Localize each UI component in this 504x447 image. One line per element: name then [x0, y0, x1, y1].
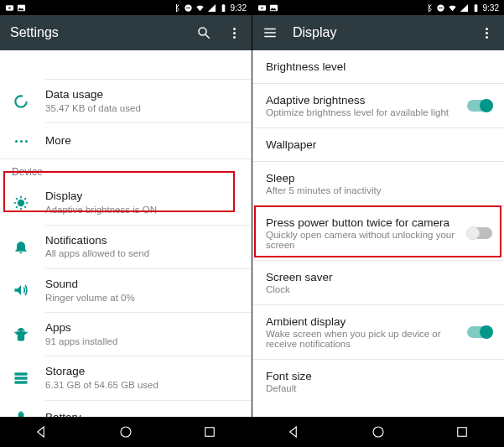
right-screen: 9:32 Display Brightness level Adaptive b… — [252, 0, 504, 447]
data-usage-icon — [12, 92, 30, 111]
home-icon[interactable] — [118, 424, 133, 439]
status-time: 9:32 — [483, 3, 499, 13]
dnd-icon — [184, 3, 193, 13]
svg-rect-18 — [205, 428, 215, 437]
pref-sleep[interactable]: Sleep After 5 minutes of inactivity — [252, 162, 504, 205]
pref-wallpaper[interactable]: Wallpaper — [252, 128, 504, 161]
pref-adaptive-brightness[interactable]: Adaptive brightness Optimize brightness … — [252, 84, 504, 127]
svg-rect-13 — [15, 377, 28, 379]
toggle-adaptive[interactable] — [467, 100, 492, 112]
svg-rect-26 — [458, 428, 467, 437]
list-item-notifications[interactable]: Notifications All apps allowed to send — [0, 226, 252, 268]
battery-icon — [471, 3, 481, 13]
search-icon[interactable] — [196, 25, 211, 40]
list-item-battery[interactable]: Battery — [0, 401, 252, 418]
display-settings-list[interactable]: Brightness level Adaptive brightness Opt… — [252, 50, 504, 417]
list-item-partial[interactable] — [0, 50, 252, 79]
left-screen: 9:32 Settings Data usage 35.47 KB of dat… — [0, 0, 252, 447]
svg-point-9 — [18, 200, 24, 206]
section-header-device: Device — [0, 159, 252, 181]
svg-point-11 — [23, 330, 24, 332]
display-icon — [12, 194, 30, 212]
pref-screensaver[interactable]: Screen saver Clock — [252, 261, 504, 304]
svg-rect-14 — [15, 381, 28, 383]
action-bar: Display — [252, 15, 504, 50]
list-item-data-usage[interactable]: Data usage 35.47 KB of data used — [0, 80, 252, 122]
back-icon[interactable] — [287, 424, 302, 439]
svg-rect-23 — [474, 4, 477, 11]
dnd-icon — [436, 3, 445, 13]
bluetooth-icon — [424, 3, 434, 13]
svg-rect-4 — [221, 4, 225, 11]
apps-icon — [12, 325, 30, 344]
home-icon[interactable] — [371, 424, 386, 439]
nav-bar — [0, 417, 252, 447]
bell-icon — [12, 237, 30, 256]
recents-icon[interactable] — [455, 424, 470, 439]
settings-list[interactable]: Data usage 35.47 KB of data used More De… — [0, 50, 252, 417]
svg-point-8 — [15, 96, 26, 107]
battery-icon — [219, 3, 228, 13]
pref-brightness[interactable]: Brightness level — [252, 50, 504, 83]
list-item-more[interactable]: More — [0, 123, 252, 159]
battery-settings-icon — [12, 409, 30, 418]
svg-point-10 — [18, 330, 20, 332]
overflow-icon[interactable] — [479, 25, 494, 40]
svg-point-25 — [373, 427, 383, 437]
svg-rect-15 — [18, 413, 24, 417]
recents-icon[interactable] — [202, 424, 217, 439]
svg-rect-22 — [439, 8, 443, 8]
bluetooth-icon — [172, 3, 181, 13]
page-title: Display — [293, 25, 464, 40]
hamburger-icon[interactable] — [262, 25, 278, 40]
toggle-power-camera[interactable] — [467, 227, 492, 239]
list-item-apps[interactable]: Apps 91 apps installed — [0, 313, 252, 356]
pref-ambient-display[interactable]: Ambient display Wake screen when you pic… — [252, 305, 504, 359]
picture-icon — [269, 3, 278, 13]
storage-icon — [12, 369, 30, 387]
pref-power-camera[interactable]: Press power button twice for camera Quic… — [252, 206, 504, 260]
svg-rect-3 — [186, 8, 190, 8]
status-bar: 9:32 — [0, 0, 252, 15]
svg-rect-5 — [222, 3, 224, 4]
toggle-ambient[interactable] — [467, 326, 492, 338]
status-time: 9:32 — [231, 3, 247, 13]
youtube-icon — [257, 3, 267, 13]
svg-rect-16 — [19, 411, 22, 413]
nav-bar — [252, 417, 504, 447]
signal-icon — [207, 3, 216, 13]
signal-icon — [460, 3, 469, 13]
page-title: Settings — [10, 25, 181, 40]
svg-point-17 — [121, 427, 131, 437]
action-bar: Settings — [0, 15, 252, 50]
svg-line-7 — [205, 34, 210, 39]
svg-rect-24 — [475, 3, 476, 4]
overflow-icon[interactable] — [226, 25, 242, 40]
wifi-icon — [195, 3, 205, 13]
sound-icon — [12, 281, 30, 299]
youtube-icon — [5, 3, 14, 13]
status-bar: 9:32 — [252, 0, 504, 15]
list-item-storage[interactable]: Storage 6.31 GB of 54.65 GB used — [0, 356, 252, 399]
more-icon — [12, 132, 30, 150]
svg-point-6 — [199, 28, 206, 35]
list-item-display[interactable]: Display Adaptive brightness is ON — [0, 181, 252, 224]
back-icon[interactable] — [34, 424, 49, 439]
list-item-sound[interactable]: Sound Ringer volume at 0% — [0, 269, 252, 312]
pref-font-size[interactable]: Font size Default — [252, 360, 504, 403]
svg-rect-12 — [15, 372, 28, 375]
picture-icon — [17, 3, 26, 13]
wifi-icon — [448, 3, 457, 13]
